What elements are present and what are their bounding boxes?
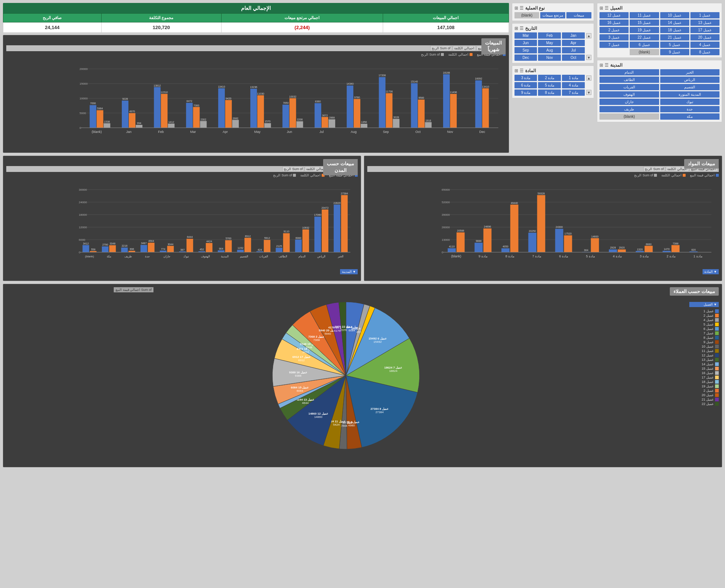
legend-color <box>716 174 719 177</box>
date-filter-btn[interactable]: Sep <box>514 47 537 53</box>
date-filter-btn[interactable]: Apr <box>562 40 585 46</box>
material-filter-btn[interactable]: مادة 7 <box>562 89 585 96</box>
client-filter-btn[interactable]: عميل 5 <box>660 42 689 48</box>
material-chart-values-header: Values <box>367 159 719 166</box>
city-filter-btn[interactable]: القصيم <box>660 84 720 90</box>
city-filter-btn[interactable]: (blank) <box>600 113 659 120</box>
summary-value: (2,244) <box>221 22 383 33</box>
client-filter-btn[interactable]: عميل 3 <box>600 34 629 41</box>
client-filter-btn[interactable]: عميل 16 <box>600 20 629 26</box>
client-filter-btn[interactable]: عميل 15 <box>630 20 659 26</box>
city-filter-btn[interactable]: الخبر <box>660 69 720 75</box>
summary-title: الإجمالي العام <box>3 3 509 13</box>
sale-type-btn[interactable]: (blank) <box>514 12 540 18</box>
client-filter-btn[interactable]: عميل 21 <box>660 34 689 41</box>
client-filter-btn[interactable]: عميل 12 <box>600 12 629 18</box>
date-filter-btn[interactable]: Jun <box>514 40 537 46</box>
sale-type-icon1[interactable]: ☰ <box>520 6 524 11</box>
client-filter-btn[interactable]: عميل 17 <box>690 27 719 33</box>
material-filter-btn[interactable]: مادة 5 <box>538 82 561 88</box>
sale-type-btn[interactable]: مبيعات <box>566 12 591 18</box>
material-filter-btn[interactable]: مادة 4 <box>562 82 585 88</box>
pie-legend-item: عميل 1 <box>689 309 719 313</box>
city-filter-btn[interactable]: جدة <box>660 106 720 112</box>
material-scroll-up[interactable]: ▲ <box>586 75 591 81</box>
svg-text:2928: 2928 <box>610 246 616 249</box>
material-filter-icon2[interactable]: ⊞ <box>514 68 518 73</box>
svg-rect-211 <box>237 250 244 252</box>
date-filter-btn[interactable]: May <box>538 40 561 46</box>
city-filter-btn[interactable]: الرياض <box>660 77 720 83</box>
date-filter-btn[interactable]: Jul <box>562 47 585 53</box>
date-filter-btn[interactable]: Feb <box>538 32 561 39</box>
material-scroll-down[interactable]: ▼ <box>586 90 591 95</box>
client-filter-btn[interactable]: (blank) <box>630 49 659 55</box>
date-filter-btn[interactable]: Nov <box>538 54 561 61</box>
monthly-bar-chart-svg: 05000100001500020000769059641538(blank)9… <box>64 58 506 142</box>
svg-text:4176: 4176 <box>334 329 340 332</box>
city-filter-btn[interactable]: الفريات <box>600 84 659 90</box>
client-filter-btn[interactable]: عميل 18 <box>660 27 689 33</box>
date-filter-btn[interactable]: Jan <box>562 32 585 39</box>
material-chart-filter[interactable]: ▼ المادة <box>703 269 719 274</box>
material-filter-icon1[interactable]: ☰ <box>520 68 524 73</box>
client-filter-btn[interactable]: عميل 7 <box>600 42 629 48</box>
client-filter-btn[interactable]: عميل 20 <box>690 34 719 41</box>
city-filter-btn[interactable]: الهفوف <box>600 91 659 98</box>
col-header: اجمالي الكلفة <box>453 46 476 51</box>
svg-text:12000: 12000 <box>79 226 87 229</box>
city-chart-filter[interactable]: ▼ المدينة <box>340 269 358 274</box>
date-filter-btn[interactable]: Dec <box>514 54 537 61</box>
svg-text:452: 452 <box>199 248 204 251</box>
city-filter-icon2[interactable]: ⊞ <box>600 63 603 68</box>
scroll-down[interactable]: ▼ <box>586 55 591 60</box>
client-filter-btn[interactable]: عميل 19 <box>630 27 659 33</box>
city-filter-btn[interactable]: المدينة المنورة <box>660 91 720 98</box>
client-filter-btn[interactable]: عميل 9 <box>660 49 689 55</box>
client-filter-btn[interactable]: عميل 8 <box>690 49 719 55</box>
client-filter-btn[interactable]: عميل 11 <box>630 12 659 18</box>
material-filter-btn[interactable]: مادة 6 <box>514 82 537 88</box>
client-filter-btn[interactable]: عميل 1 <box>690 12 719 18</box>
date-filter-icon2[interactable]: ⊞ <box>514 26 518 31</box>
city-filter-btn[interactable]: جازان <box>600 99 659 105</box>
city-filter-btn[interactable]: تبوك <box>660 99 720 105</box>
sale-type-btn[interactable]: مرتجع مبيعات <box>540 12 565 18</box>
material-filter-btn[interactable]: مادة 3 <box>514 75 537 81</box>
client-filter-icon2[interactable]: ⊞ <box>600 6 603 11</box>
date-filter-btn[interactable]: Aug <box>538 47 561 53</box>
pie-legend-item: عميل 10 <box>689 345 719 348</box>
city-filter-btn[interactable]: الطائف <box>600 77 659 83</box>
svg-rect-238 <box>341 195 348 252</box>
city-chart-container: مبيعات حسب المدن Values احمالي قيمة البي… <box>3 156 361 281</box>
client-filter-btn[interactable]: عميل 2 <box>600 27 629 33</box>
city-filter-icon1[interactable]: ☰ <box>605 63 609 68</box>
pie-legend-color <box>715 318 719 322</box>
client-filter-btn[interactable]: عميل 14 <box>660 20 689 26</box>
svg-text:2206: 2206 <box>297 118 303 121</box>
client-filter-icon1[interactable]: ☰ <box>605 6 609 11</box>
material-filter-btn[interactable]: مادة 9 <box>514 89 537 96</box>
date-filter-btn[interactable]: Mar <box>514 32 537 39</box>
material-filter-btn[interactable]: مادة 1 <box>562 75 585 81</box>
svg-text:4564: 4564 <box>148 240 154 242</box>
date-filter-header: التاريخ ☰ ⊞ <box>514 26 591 31</box>
client-filter-btn[interactable]: عميل 13 <box>690 20 719 26</box>
city-filter-btn[interactable]: الدمام <box>600 69 659 75</box>
client-filter-btn[interactable] <box>600 49 629 55</box>
material-filter-btn[interactable]: مادة 8 <box>538 89 561 96</box>
city-filter-btn[interactable]: مكة <box>660 113 720 120</box>
client-filter-btn[interactable]: عميل 6 <box>630 42 659 48</box>
pie-legend-filter[interactable]: ▼ العميل <box>689 302 719 307</box>
client-filter-btn[interactable]: عميل 4 <box>690 42 719 48</box>
sale-type-icon2[interactable]: ⊞ <box>514 6 518 11</box>
scroll-up[interactable]: ▲ <box>586 33 591 38</box>
material-filter-btn[interactable]: مادة 2 <box>538 75 561 81</box>
city-filter-btn[interactable]: طريف <box>600 106 659 112</box>
client-filter-btn[interactable]: عميل 22 <box>630 34 659 41</box>
svg-text:820: 820 <box>692 249 696 251</box>
date-filter-icon1[interactable]: ☰ <box>520 26 524 31</box>
date-filter-btn[interactable]: Oct <box>562 54 585 61</box>
client-filter-btn[interactable]: عميل 10 <box>660 12 689 18</box>
svg-rect-117 <box>484 228 492 252</box>
